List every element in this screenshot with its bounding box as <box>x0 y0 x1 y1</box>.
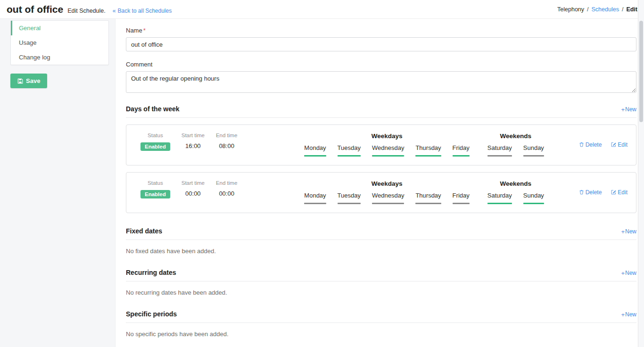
plus-icon: + <box>621 270 625 276</box>
specific-periods-empty-message: No specific periods have been added. <box>126 330 636 338</box>
day-name: Thursday <box>415 192 441 199</box>
day-name: Tuesday <box>338 144 361 151</box>
card-actions: Delete Edit <box>579 141 627 148</box>
recurring-dates-section: Recurring dates + New No recurring dates… <box>126 269 636 296</box>
specific-periods-header: Specific periods + New <box>126 310 636 323</box>
day-name: Friday <box>453 144 470 151</box>
day-status-bar <box>523 203 544 204</box>
edit-entry-button[interactable]: Edit <box>611 141 627 148</box>
breadcrumb-item-schedules[interactable]: Schedules <box>592 6 619 13</box>
day-status-bar <box>415 203 441 204</box>
end-time-column: End time 08:00 <box>216 132 237 149</box>
delete-label: Delete <box>586 189 602 196</box>
status-badge: Enabled <box>140 190 170 198</box>
day-monday: Monday <box>304 144 326 157</box>
sidebar-item-usage[interactable]: Usage <box>11 35 108 50</box>
delete-label: Delete <box>586 141 602 148</box>
day-status-bar <box>304 203 326 204</box>
delete-entry-button[interactable]: Delete <box>579 189 602 196</box>
end-time-column: End time 00:00 <box>216 180 237 197</box>
plus-icon: + <box>621 107 625 113</box>
day-name: Saturday <box>487 192 512 199</box>
day-name: Monday <box>304 144 326 151</box>
delete-entry-button[interactable]: Delete <box>579 141 602 148</box>
edit-icon <box>611 142 616 147</box>
day-friday: Friday <box>453 144 470 157</box>
new-recurring-date-link[interactable]: + New <box>621 270 636 276</box>
weekends-title: Weekends <box>500 132 532 140</box>
new-link-label: New <box>625 311 636 318</box>
weekends-row: Saturday Sunday <box>487 192 544 204</box>
days-of-week-title: Days of the week <box>126 105 180 113</box>
weekends-group: Weekends Saturday Sunday <box>487 132 544 157</box>
day-saturday: Saturday <box>487 192 512 204</box>
status-column: Status Enabled <box>140 132 170 151</box>
name-label: Name* <box>126 27 636 34</box>
save-button-label: Save <box>26 77 40 84</box>
days-of-week-section: Days of the week + New Status Enabled St… <box>126 105 636 213</box>
main-content: Name* Comment Out of the regular opening… <box>116 19 644 347</box>
vertical-scrollbar-track[interactable] <box>638 0 644 347</box>
weekdays-row: Monday Tuesday Wednesday Thursday Friday <box>304 144 469 157</box>
day-name: Tuesday <box>338 192 361 199</box>
specific-periods-section: Specific periods + New No specific perio… <box>126 310 636 338</box>
day-status-bar <box>487 155 512 157</box>
sidebar: General Usage Change log Save <box>0 19 116 347</box>
schedule-entry-card: Status Enabled Start time 16:00 End time… <box>126 124 636 165</box>
fixed-dates-section: Fixed dates + New No fixed dates have be… <box>126 227 636 255</box>
fixed-dates-title: Fixed dates <box>126 227 162 235</box>
day-sunday: Sunday <box>523 144 544 157</box>
sidebar-item-general[interactable]: General <box>11 21 108 35</box>
specific-periods-title: Specific periods <box>126 310 177 318</box>
fixed-dates-empty-message: No fixed dates have been added. <box>126 248 636 255</box>
breadcrumb-item-edit: Edit <box>626 6 637 13</box>
name-input[interactable] <box>126 37 636 51</box>
back-to-schedules-link[interactable]: « Back to all Schedules <box>113 8 172 14</box>
day-name: Saturday <box>487 144 512 151</box>
day-wednesday: Wednesday <box>372 144 404 157</box>
weekdays-row: Monday Tuesday Wednesday Thursday Friday <box>304 192 469 204</box>
day-status-bar <box>338 155 361 157</box>
edit-entry-button[interactable]: Edit <box>611 189 627 196</box>
new-fixed-date-link[interactable]: + New <box>621 228 636 235</box>
start-time-value: 16:00 <box>185 142 201 149</box>
recurring-dates-title: Recurring dates <box>126 269 176 276</box>
day-tuesday: Tuesday <box>338 192 361 204</box>
sidebar-item-change-log[interactable]: Change log <box>11 50 108 65</box>
day-status-bar <box>304 155 326 157</box>
fixed-dates-header: Fixed dates + New <box>126 227 636 240</box>
comment-field-group: Comment Out of the regular opening hours <box>126 61 636 95</box>
day-wednesday: Wednesday <box>372 192 404 204</box>
edit-icon <box>611 190 616 195</box>
start-time-label: Start time <box>182 132 205 138</box>
vertical-scrollbar-thumb[interactable] <box>639 21 643 122</box>
day-name: Monday <box>304 192 326 199</box>
edit-label: Edit <box>618 189 627 196</box>
required-asterisk: * <box>143 27 146 34</box>
weekdays-title: Weekdays <box>372 132 403 140</box>
day-status-bar <box>523 155 544 157</box>
comment-textarea[interactable]: Out of the regular opening hours <box>126 71 636 93</box>
end-time-label: End time <box>216 180 237 186</box>
weekends-title: Weekends <box>500 180 532 187</box>
plus-icon: + <box>621 229 625 235</box>
breadcrumb-separator: / <box>622 6 623 13</box>
new-link-label: New <box>625 270 636 276</box>
day-thursday: Thursday <box>415 144 441 157</box>
page-body: General Usage Change log Save Name* Comm… <box>0 19 644 347</box>
edit-label: Edit <box>618 141 627 148</box>
day-monday: Monday <box>304 192 326 204</box>
new-day-entry-link[interactable]: + New <box>621 106 636 113</box>
day-status-bar <box>372 203 404 204</box>
breadcrumb-item-telephony: Telephony <box>557 6 584 13</box>
page-subtitle: Edit Schedule. <box>67 8 106 14</box>
day-status-bar <box>415 155 441 157</box>
comment-label: Comment <box>126 61 636 68</box>
new-specific-period-link[interactable]: + New <box>621 311 636 318</box>
sidebar-menu: General Usage Change log <box>10 20 109 65</box>
save-button[interactable]: Save <box>10 74 47 88</box>
plus-icon: + <box>621 312 625 318</box>
page-title: out of office <box>7 4 63 15</box>
trash-icon <box>579 190 584 195</box>
day-tuesday: Tuesday <box>338 144 361 157</box>
